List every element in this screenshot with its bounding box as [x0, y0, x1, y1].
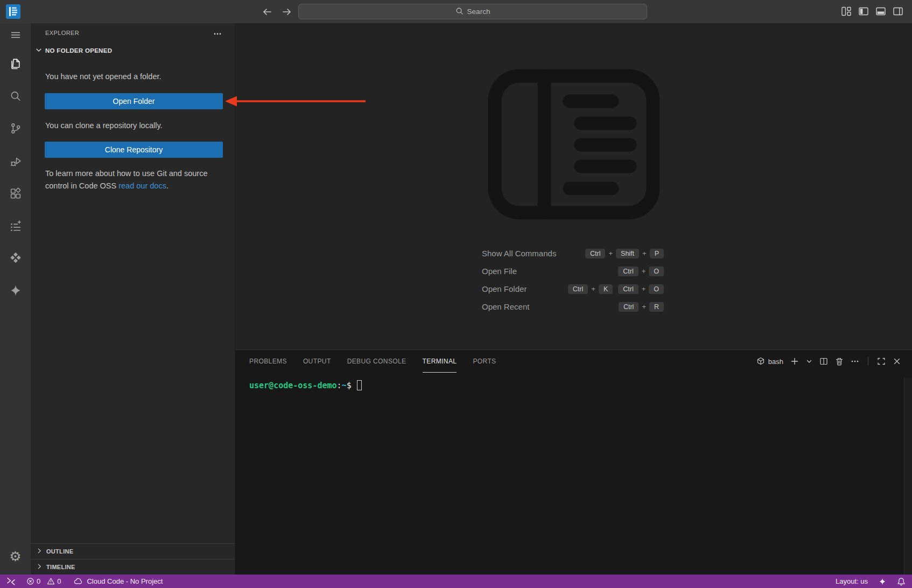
annotation-arrow: [223, 92, 368, 110]
shortcut-row: Open RecentCtrl+R: [482, 298, 664, 316]
key-separator: +: [642, 303, 646, 311]
key-separator: +: [642, 285, 646, 293]
keycap: Ctrl: [618, 284, 638, 294]
notifications-bell-icon[interactable]: [897, 577, 906, 586]
key-separator: +: [591, 285, 595, 293]
prompt-path: ~: [342, 381, 347, 390]
shell-label: bash: [768, 358, 783, 366]
keycap: Ctrl: [618, 267, 638, 276]
explorer-icon[interactable]: [8, 57, 23, 71]
views-and-more-actions-icon[interactable]: [213, 30, 222, 40]
cloud-code-status[interactable]: Cloud Code - No Project: [74, 577, 163, 585]
activity-bar: ⚙: [0, 23, 31, 575]
no-folder-section-header[interactable]: NO FOLDER OPENED: [34, 46, 112, 55]
keycap: Shift: [616, 249, 639, 258]
shortcut-row: Show All CommandsCtrl+Shift+P: [482, 244, 664, 262]
toggle-secondary-sidebar-icon[interactable]: [893, 6, 903, 17]
shortcut-label: Open Recent: [482, 302, 529, 311]
toolbar-separator: [868, 357, 868, 366]
section-title: NO FOLDER OPENED: [45, 47, 112, 54]
panel-tabs: PROBLEMSOUTPUTDEBUG CONSOLETERMINALPORTS: [249, 350, 496, 373]
panel-tab-problems[interactable]: PROBLEMS: [249, 350, 287, 373]
source-control-icon[interactable]: [9, 122, 22, 135]
no-folder-text: You have not yet opened a folder.: [45, 71, 224, 83]
ai-task-list-icon[interactable]: [9, 219, 22, 233]
search-placeholder: Search: [467, 8, 490, 16]
command-center-search[interactable]: Search: [298, 4, 647, 19]
watermark-shortcuts: Show All CommandsCtrl+Shift+POpen FileCt…: [482, 244, 664, 316]
keycap: Ctrl: [619, 302, 639, 312]
sidebar-title: EXPLORER: [45, 30, 79, 36]
read-our-docs-link[interactable]: read our docs: [118, 181, 166, 190]
kill-terminal-trash-icon[interactable]: [835, 357, 844, 366]
customize-layout-icon[interactable]: [841, 6, 852, 17]
terminal-prompt[interactable]: user@code-oss-demo:~$: [249, 380, 362, 390]
docs-text-after: .: [166, 181, 169, 190]
timeline-section-header[interactable]: TIMELINE: [31, 559, 235, 575]
chevron-down-icon: [34, 46, 43, 55]
bottom-panel: PROBLEMSOUTPUTDEBUG CONSOLETERMINALPORTS…: [235, 349, 912, 575]
warning-icon: [47, 577, 55, 585]
terminal-scrollbar[interactable]: [904, 377, 912, 575]
split-terminal-icon[interactable]: [819, 357, 828, 366]
keycap: P: [650, 249, 664, 258]
toggle-primary-sidebar-icon[interactable]: [858, 6, 869, 17]
shortcut-row: Open FolderCtrl+KCtrl+O: [482, 280, 664, 298]
close-panel-icon[interactable]: [893, 357, 901, 366]
navigate-forward-icon[interactable]: [280, 5, 293, 18]
navigate-back-icon[interactable]: [261, 5, 273, 18]
keycap: R: [649, 302, 664, 312]
shortcut-label: Open File: [482, 267, 517, 276]
keycap: Ctrl: [568, 284, 588, 294]
key-separator: +: [642, 249, 647, 257]
panel-tab-terminal[interactable]: TERMINAL: [423, 350, 457, 373]
panel-tab-ports[interactable]: PORTS: [473, 350, 496, 373]
search-icon: [455, 7, 464, 17]
clone-repository-button[interactable]: Clone Repository: [45, 142, 223, 158]
menu-icon[interactable]: [9, 29, 22, 41]
error-icon: [26, 577, 34, 585]
outline-label: OUTLINE: [46, 548, 73, 555]
cloud-code-label: Cloud Code - No Project: [87, 577, 163, 585]
shortcut-row: Open FileCtrl+O: [482, 262, 664, 280]
titlebar: Search: [0, 0, 912, 23]
panel-tab-output[interactable]: OUTPUT: [303, 350, 331, 373]
search-view-icon[interactable]: [9, 89, 22, 103]
prompt-symbol: $: [347, 381, 352, 390]
terminal-cursor: [357, 380, 362, 390]
code-oss-logo-icon[interactable]: [6, 4, 20, 19]
remote-indicator[interactable]: [6, 577, 16, 586]
cloud-code-icon[interactable]: [9, 251, 22, 264]
chevron-right-icon: [36, 547, 43, 556]
shortcut-label: Open Folder: [482, 284, 527, 293]
clone-text: You can clone a repository locally.: [45, 120, 224, 132]
status-bar: 0 0 Cloud Code - No Project Layout: us: [0, 575, 912, 588]
problems-status[interactable]: 0 0: [26, 577, 61, 585]
open-folder-button[interactable]: Open Folder: [45, 93, 223, 109]
keycap: K: [599, 284, 613, 294]
maximize-panel-icon[interactable]: [877, 357, 886, 366]
shortcut-label: Show All Commands: [482, 249, 556, 258]
launch-profile-chevron-icon[interactable]: [806, 358, 812, 365]
chevron-right-icon: [36, 563, 43, 571]
panel-tab-debug-console[interactable]: DEBUG CONSOLE: [347, 350, 406, 373]
run-and-debug-icon[interactable]: [9, 155, 22, 169]
extensions-icon[interactable]: [9, 187, 22, 200]
keycap: O: [649, 267, 664, 276]
keyboard-layout-status[interactable]: Layout: us: [836, 577, 868, 585]
warning-count: 0: [57, 577, 61, 585]
new-terminal-icon[interactable]: [790, 357, 799, 366]
docs-paragraph: To learn more about how to use Git and s…: [45, 167, 224, 192]
gemini-icon[interactable]: [9, 284, 22, 297]
terminal-toolbar: bash: [756, 350, 901, 373]
panel-more-actions-icon[interactable]: [851, 357, 859, 366]
terminal-instance[interactable]: bash: [756, 357, 783, 366]
settings-gear-icon[interactable]: ⚙: [9, 550, 21, 563]
error-count: 0: [37, 577, 40, 585]
outline-section-header[interactable]: OUTLINE: [31, 543, 235, 559]
key-separator: +: [642, 267, 646, 275]
toggle-panel-icon[interactable]: [875, 6, 886, 17]
gemini-status-icon[interactable]: [878, 577, 887, 586]
layout-label: Layout: us: [836, 577, 868, 585]
timeline-label: TIMELINE: [46, 564, 75, 570]
